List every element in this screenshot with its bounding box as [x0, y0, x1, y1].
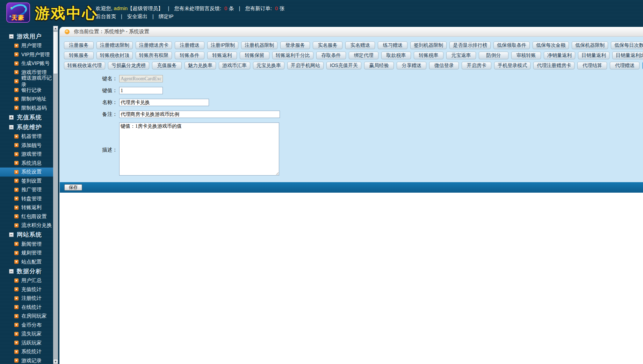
setting-tab[interactable]: 注册赠送房卡	[136, 42, 172, 49]
setting-tab[interactable]: 转账保留	[240, 52, 269, 59]
setting-tab[interactable]: 净销量返利	[544, 52, 575, 59]
setting-tab[interactable]: 是否显示排行榜	[449, 42, 491, 49]
setting-tab[interactable]: 微信登录	[429, 62, 459, 69]
sidebar-item[interactable]: 流水积分兑换	[0, 221, 53, 230]
sidebar-item[interactable]: VIP用户管理	[0, 50, 53, 59]
setting-tab[interactable]: 日销量返利	[578, 52, 609, 59]
setting-tab[interactable]: 元宝返率	[446, 52, 476, 59]
setting-tab[interactable]: 转账所有权限	[136, 52, 172, 59]
setting-tab[interactable]: 分享赠送	[397, 62, 426, 69]
sidebar-scrollbar[interactable]	[53, 26, 58, 364]
sidebar-item[interactable]: 新闻管理	[0, 240, 53, 249]
sidebar-item[interactable]: 站点配置	[0, 258, 53, 267]
setting-tab[interactable]: 实名赠送	[345, 42, 375, 49]
scrollbar-thumb[interactable]	[53, 31, 58, 74]
setting-tab[interactable]: 注册赠送限制	[96, 42, 133, 49]
scroll-up-button[interactable]	[53, 26, 58, 31]
sidebar-item[interactable]: 系统设置	[0, 168, 53, 177]
setting-tab[interactable]: 注册IP限制	[207, 42, 238, 49]
sidebar-item[interactable]: 推广管理	[0, 185, 53, 194]
setting-tab[interactable]: 低保每次金额	[533, 42, 569, 49]
setting-tab[interactable]: 实名服务	[313, 42, 342, 49]
setting-tab[interactable]: 防倒分	[479, 52, 508, 59]
sidebar-item[interactable]: 添加靓号	[0, 141, 53, 150]
setting-tab[interactable]: 开启手机网站	[287, 62, 324, 69]
sidebar-item[interactable]: 活跃玩家	[0, 339, 53, 348]
sidebar-section-header[interactable]: −游戏用户	[0, 31, 53, 41]
sidebar-section-header[interactable]: −网站系统	[0, 230, 53, 240]
sidebar-item[interactable]: 红包雨设置	[0, 212, 53, 221]
setting-tab[interactable]: 游戏币汇率	[219, 62, 250, 69]
sidebar-item[interactable]: 流失玩家	[0, 329, 53, 339]
sidebar-item[interactable]: 签到设置	[0, 177, 53, 186]
setting-tab[interactable]: 转账服务	[64, 52, 94, 59]
setting-tab[interactable]: 存取条件	[316, 52, 346, 59]
setting-tab[interactable]: 登录服务	[280, 42, 310, 49]
sidebar-item[interactable]: 游戏管理	[0, 150, 53, 159]
setting-tab[interactable]: 注册机器限制	[241, 42, 277, 49]
setting-tab[interactable]: 代理注册赠房卡	[533, 62, 575, 69]
sidebar-item[interactable]: 系统统计	[0, 347, 53, 356]
keyvalue-field[interactable]	[119, 87, 163, 94]
setting-tab[interactable]: 转账条件	[175, 52, 204, 59]
sidebar-item[interactable]: 生成VIP账号	[0, 59, 53, 68]
home-link[interactable]: 后台首页	[96, 14, 116, 19]
sidebar-item[interactable]: 限制机器码	[0, 104, 53, 113]
remark-field[interactable]	[119, 111, 280, 118]
keyname-field[interactable]	[119, 75, 163, 82]
collapse-icon[interactable]: −	[9, 34, 14, 39]
setting-tab[interactable]: 低保领取条件	[493, 42, 530, 49]
setting-tab[interactable]: 注册服务	[64, 42, 94, 49]
name-field[interactable]	[119, 99, 209, 106]
setting-tab[interactable]: 低保机器限制	[572, 42, 608, 49]
setting-tab[interactable]: 转账税率	[414, 52, 443, 59]
setting-tab[interactable]: 赢局经验	[364, 62, 394, 69]
sidebar-item[interactable]: 转盘管理	[0, 194, 53, 203]
sidebar-item[interactable]: 充值统计	[0, 285, 53, 294]
setting-tab[interactable]: 低保每日次数	[611, 42, 643, 49]
sidebar-item[interactable]: 金币分布	[0, 321, 53, 330]
expand-icon[interactable]: +	[9, 115, 14, 120]
setting-tab[interactable]: 练习赠送	[378, 42, 407, 49]
setting-tab[interactable]: 签到机器限制	[410, 42, 447, 49]
setting-tab[interactable]: 充值服务	[152, 62, 182, 69]
setting-tab[interactable]: 元宝兑换率	[253, 62, 284, 69]
sidebar-item[interactable]: 用户汇总	[0, 276, 53, 285]
bind-ip-link[interactable]: 绑定IP	[159, 14, 174, 19]
sidebar-item[interactable]: 赠送游戏币记录	[0, 77, 53, 86]
collapse-icon[interactable]: −	[9, 125, 14, 129]
sidebar-item[interactable]: 注册统计	[0, 294, 53, 303]
sidebar-item[interactable]: 在线统计	[0, 303, 53, 312]
setting-tab[interactable]: 取款税率	[381, 52, 411, 59]
sidebar-item[interactable]: 转账返利	[0, 203, 53, 212]
sidebar-item[interactable]: 在房间玩家	[0, 312, 53, 321]
setting-tab[interactable]: 注册赠送	[175, 42, 204, 49]
logout-link[interactable]: 安全退出	[127, 14, 147, 19]
setting-tab[interactable]: 转账返利千分比	[272, 52, 313, 59]
setting-tab[interactable]: 转账税收封顶	[96, 52, 133, 59]
setting-tab[interactable]: 审核转账	[511, 52, 541, 59]
setting-tab[interactable]: 转账返利	[207, 52, 237, 59]
save-button[interactable]: 保存	[64, 184, 82, 191]
sidebar-item[interactable]: 系统消息	[0, 159, 53, 168]
sidebar-item[interactable]: 机器管理	[0, 132, 53, 141]
sidebar-section-header[interactable]: −数据分析	[0, 266, 53, 276]
setting-tab[interactable]: 魅力兑换率	[185, 62, 216, 69]
setting-tab[interactable]: 代理结算	[577, 62, 607, 69]
sidebar-section-header[interactable]: +充值系统	[0, 112, 53, 122]
setting-tab[interactable]: 亏损赢分龙虎榜	[108, 62, 149, 69]
setting-tab[interactable]: 绑定代理	[349, 52, 378, 59]
sidebar-item[interactable]: 限制IP地址	[0, 95, 53, 104]
setting-tab[interactable]: 日销量返利比	[612, 52, 643, 59]
sidebar-item[interactable]: 游戏记录	[0, 356, 53, 364]
setting-tab[interactable]: 转账税收返代理	[64, 62, 105, 69]
sidebar-item[interactable]: 用户管理	[0, 41, 53, 50]
setting-tab[interactable]: IOS充值开关	[326, 62, 361, 69]
description-field[interactable]	[119, 122, 279, 176]
setting-tab[interactable]: 手机登录模式	[494, 62, 530, 69]
scroll-down-button[interactable]	[53, 359, 58, 364]
collapse-icon[interactable]: −	[9, 232, 14, 237]
setting-tab[interactable]: 开启房卡	[462, 62, 491, 69]
sidebar-item[interactable]: 规则管理	[0, 248, 53, 258]
setting-tab[interactable]: 代理赠送	[610, 62, 640, 69]
